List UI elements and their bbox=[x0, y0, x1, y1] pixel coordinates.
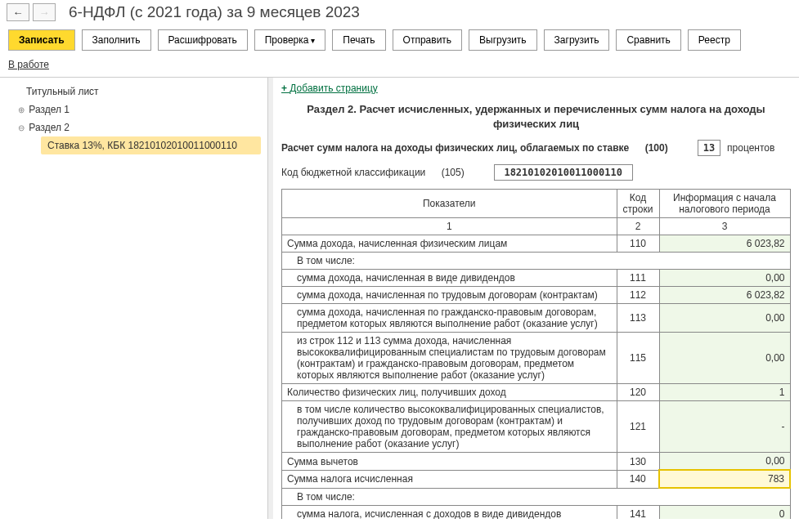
row-code: 110 bbox=[617, 235, 659, 253]
export-button[interactable]: Выгрузить bbox=[469, 29, 537, 51]
row-label: из строк 112 и 113 сумма дохода, начисле… bbox=[282, 333, 617, 384]
row-value[interactable]: 6 023,82 bbox=[659, 235, 790, 253]
fill-button[interactable]: Заполнить bbox=[82, 29, 151, 51]
row-sub-label: В том числе: bbox=[282, 488, 791, 506]
rate-line-text: Расчет сумм налога на доходы физических … bbox=[281, 142, 629, 154]
table-row: в том числе количество высококвалифициро… bbox=[282, 401, 791, 453]
table-row: Сумма дохода, начисленная физическим лиц… bbox=[282, 235, 791, 253]
tree-section2[interactable]: ⊖ Раздел 2 bbox=[0, 118, 267, 136]
row-label: сумма налога, исчисленная с доходов в ви… bbox=[282, 506, 617, 519]
row-value[interactable]: 1 bbox=[659, 384, 790, 401]
tree-section2-label: Раздел 2 bbox=[29, 122, 70, 133]
nav-forward-button[interactable]: → bbox=[33, 3, 56, 21]
row-code: 120 bbox=[617, 384, 659, 401]
row-label: Сумма налога исчисленная bbox=[282, 470, 617, 488]
decode-button[interactable]: Расшифровать bbox=[158, 29, 248, 51]
tree-selected-item[interactable]: Ставка 13%, КБК 18210102010011000110 bbox=[41, 136, 261, 154]
th-c1: 1 bbox=[282, 218, 617, 235]
table-row: сумма дохода, начисленная по трудовым до… bbox=[282, 287, 791, 304]
kbk-label: Код бюджетной классификации bbox=[281, 167, 425, 178]
send-button[interactable]: Отправить bbox=[393, 29, 463, 51]
row-label: сумма дохода, начисленная в виде дивиден… bbox=[282, 270, 617, 287]
status-link[interactable]: В работе bbox=[8, 59, 49, 70]
kbk-input[interactable]: 18210102010011000110 bbox=[494, 164, 633, 181]
row-code: 113 bbox=[617, 304, 659, 333]
page-title: 6-НДФЛ (с 2021 года) за 9 месяцев 2023 bbox=[69, 3, 360, 21]
rate-line: Расчет сумм налога на доходы физических … bbox=[281, 140, 791, 156]
tree-section1-label: Раздел 1 bbox=[29, 104, 70, 115]
table-row: В том числе: bbox=[282, 488, 791, 506]
th-c3: 3 bbox=[659, 218, 790, 235]
table-row: сумма дохода, начисленная по гражданско-… bbox=[282, 304, 791, 333]
row-code: 112 bbox=[617, 287, 659, 304]
check-button[interactable]: Проверка bbox=[254, 29, 326, 51]
registry-button[interactable]: Реестр bbox=[688, 29, 741, 51]
save-button[interactable]: Записать bbox=[8, 29, 75, 51]
section-heading: Раздел 2. Расчет исчисленных, удержанных… bbox=[281, 102, 791, 132]
table-row: Сумма вычетов1300,00 bbox=[282, 453, 791, 471]
row-label: Сумма вычетов bbox=[282, 453, 617, 471]
row-label: сумма дохода, начисленная по гражданско-… bbox=[282, 304, 617, 333]
tree-title-page[interactable]: Титульный лист bbox=[0, 83, 267, 101]
row-label: сумма дохода, начисленная по трудовым до… bbox=[282, 287, 617, 304]
tree-section1[interactable]: ⊕ Раздел 1 bbox=[0, 101, 267, 118]
tree-panel: Титульный лист ⊕ Раздел 1 ⊖ Раздел 2 Ста… bbox=[0, 78, 268, 519]
row-value[interactable]: 0,00 bbox=[659, 270, 790, 287]
percent-label: процентов bbox=[727, 142, 774, 154]
add-page-link[interactable]: Добавить страницу bbox=[281, 83, 378, 94]
rate-input[interactable]: 13 bbox=[698, 140, 720, 156]
content-area: Титульный лист ⊕ Раздел 1 ⊖ Раздел 2 Ста… bbox=[0, 77, 799, 519]
row-value[interactable]: 0,00 bbox=[659, 333, 790, 384]
row-value[interactable]: 0 bbox=[659, 506, 790, 519]
row-label: Количество физических лиц, получивших до… bbox=[282, 384, 617, 401]
right-panel: Добавить страницу Раздел 2. Расчет исчис… bbox=[273, 78, 799, 519]
top-nav: ← → 6-НДФЛ (с 2021 года) за 9 месяцев 20… bbox=[0, 0, 799, 25]
kbk-line: Код бюджетной классификации (105) 182101… bbox=[281, 164, 791, 181]
row-code: 140 bbox=[617, 470, 659, 488]
row-value[interactable]: 783 bbox=[659, 470, 790, 488]
table-row: Количество физических лиц, получивших до… bbox=[282, 384, 791, 401]
table-row: сумма налога, исчисленная с доходов в ви… bbox=[282, 506, 791, 519]
row-value[interactable]: 0,00 bbox=[659, 304, 790, 333]
toolbar: Записать Заполнить Расшифровать Проверка… bbox=[0, 25, 799, 56]
table-row: Сумма налога исчисленная140783 bbox=[282, 470, 791, 488]
report-table: Показатели Код строки Информация с начал… bbox=[281, 189, 791, 519]
table-row: В том числе: bbox=[282, 253, 791, 270]
collapse-icon[interactable]: ⊖ bbox=[16, 123, 26, 132]
row-value[interactable]: 6 023,82 bbox=[659, 287, 790, 304]
row-code: 130 bbox=[617, 453, 659, 471]
row-sub-label: В том числе: bbox=[282, 253, 791, 270]
row-value[interactable]: 0,00 bbox=[659, 453, 790, 471]
row-code: 121 bbox=[617, 401, 659, 453]
print-button[interactable]: Печать bbox=[332, 29, 385, 51]
nav-back-button[interactable]: ← bbox=[7, 3, 29, 21]
row-label: Сумма дохода, начисленная физическим лиц… bbox=[282, 235, 617, 253]
import-button[interactable]: Загрузить bbox=[544, 29, 610, 51]
rate-line-code: (100) bbox=[645, 142, 668, 154]
row-code: 141 bbox=[617, 506, 659, 519]
row-code: 111 bbox=[617, 270, 659, 287]
table-row: из строк 112 и 113 сумма дохода, начисле… bbox=[282, 333, 791, 384]
compare-button[interactable]: Сравнить bbox=[616, 29, 680, 51]
row-code: 115 bbox=[617, 333, 659, 384]
th-info: Информация с начала налогового периода bbox=[659, 190, 790, 218]
th-c2: 2 bbox=[617, 218, 659, 235]
row-label: в том числе количество высококвалифициро… bbox=[282, 401, 617, 453]
th-indicator: Показатели bbox=[282, 190, 617, 218]
expand-icon[interactable]: ⊕ bbox=[16, 105, 26, 114]
kbk-code-label: (105) bbox=[442, 167, 465, 178]
row-value[interactable]: - bbox=[659, 401, 790, 453]
status-bar: В работе bbox=[0, 56, 799, 77]
th-code: Код строки bbox=[617, 190, 659, 218]
table-row: сумма дохода, начисленная в виде дивиден… bbox=[282, 270, 791, 287]
